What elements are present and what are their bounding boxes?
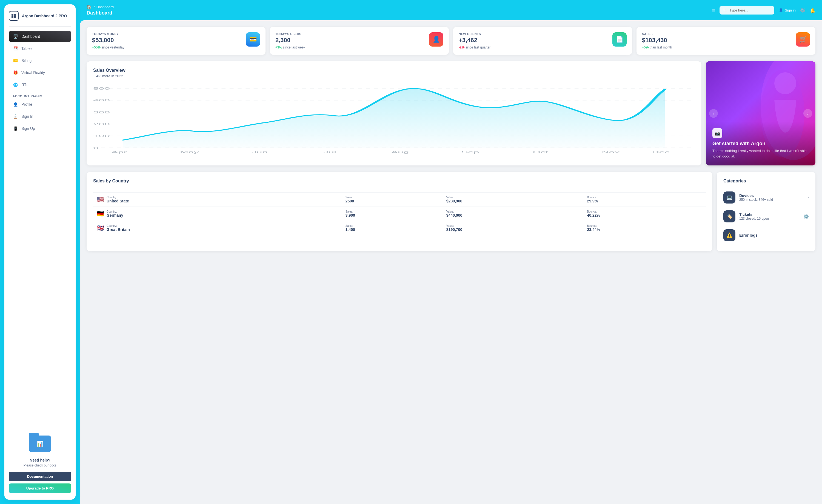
country-label: Country: bbox=[106, 224, 130, 227]
category-item-devices: 💻 Devices 250 in stock, 346+ sold › bbox=[723, 188, 809, 207]
promo-brand-icon: 📷 bbox=[712, 128, 722, 138]
search-input[interactable] bbox=[720, 6, 774, 15]
svg-text:Jul: Jul bbox=[323, 150, 336, 154]
settings-icon[interactable]: ⚙️ bbox=[800, 8, 806, 13]
categories-card: Categories 💻 Devices 250 in stock, 346+ … bbox=[717, 172, 815, 251]
sales-label: Sales: bbox=[346, 210, 440, 213]
bounce-value: 40.22% bbox=[587, 213, 600, 217]
sidebar-item-label: Sign Up bbox=[21, 126, 35, 131]
user-icon: 👤 bbox=[779, 8, 783, 12]
documentation-button[interactable]: Documentation bbox=[9, 472, 71, 481]
bounce-value: 23.44% bbox=[587, 227, 600, 232]
dashboard-icon: 🖥️ bbox=[13, 34, 18, 39]
value-label: Value: bbox=[446, 224, 580, 227]
category-info: Devices 250 in stock, 346+ sold bbox=[739, 193, 804, 201]
bounce-cell: Bounce: 29.9% bbox=[583, 192, 706, 207]
svg-rect-2 bbox=[11, 16, 13, 18]
chart-title: Sales Overview bbox=[93, 68, 695, 73]
bounce-value: 29.9% bbox=[587, 199, 598, 203]
sidebar-item-label: Dashboard bbox=[21, 34, 40, 39]
bounce-label: Bounce: bbox=[587, 196, 703, 199]
sales-overview-card: Sales Overview ↑ 4% more in 2022 500 bbox=[87, 61, 702, 165]
svg-text:Aug: Aug bbox=[391, 150, 409, 154]
sign-in-button[interactable]: 👤 Sign in bbox=[779, 8, 796, 12]
sidebar-item-sign-in[interactable]: 📋 Sign In bbox=[9, 111, 71, 122]
header: 🏠 / Dashboard Dashboard ≡ 🔍 👤 Sign in ⚙️… bbox=[80, 0, 822, 20]
sales-cell: Sales: 1,400 bbox=[342, 221, 443, 235]
svg-text:Nov: Nov bbox=[602, 150, 620, 154]
sales-value: 2500 bbox=[346, 199, 354, 203]
sidebar-item-tables[interactable]: 📅 Tables bbox=[9, 43, 71, 54]
middle-section: Sales Overview ↑ 4% more in 2022 500 bbox=[87, 61, 815, 165]
promo-card: ‹ › 📷 Get started with Argon There's not… bbox=[706, 61, 815, 165]
svg-rect-0 bbox=[11, 14, 13, 16]
col-country bbox=[93, 188, 342, 192]
promo-prev-button[interactable]: ‹ bbox=[709, 109, 718, 118]
stat-label: TODAY'S MONEY bbox=[92, 32, 246, 36]
notification-icon[interactable]: 🔔 bbox=[810, 8, 815, 13]
home-icon[interactable]: 🏠 bbox=[87, 4, 92, 10]
stat-card-money: TODAY'S MONEY $53,000 +55% since yesterd… bbox=[87, 27, 266, 55]
promo-description: There's nothing I really wanted to do in… bbox=[712, 148, 809, 159]
sales-value: 1,400 bbox=[346, 227, 355, 232]
account-section-label: ACCOUNT PAGES bbox=[9, 91, 71, 99]
table-row: 🇬🇧 Country: Great Britain Sales: 1,400 bbox=[93, 221, 706, 235]
tables-icon: 📅 bbox=[13, 46, 18, 51]
stat-change: +3% since last week bbox=[275, 45, 429, 49]
promo-next-button[interactable]: › bbox=[803, 109, 812, 118]
col-sales bbox=[342, 188, 443, 192]
menu-icon[interactable]: ≡ bbox=[712, 7, 716, 13]
bounce-label: Bounce: bbox=[587, 224, 703, 227]
sidebar-item-rtl[interactable]: 🌐 RTL bbox=[9, 79, 71, 90]
gear-icon[interactable]: ⚙️ bbox=[803, 214, 809, 219]
sidebar-item-label: Tables bbox=[21, 46, 32, 51]
sign-up-icon: 📱 bbox=[13, 126, 18, 131]
stat-label: NEW CLIENTS bbox=[459, 32, 612, 36]
category-name: Devices bbox=[739, 193, 804, 198]
svg-text:Jun: Jun bbox=[252, 150, 268, 154]
promo-title: Get started with Argon bbox=[712, 141, 809, 146]
category-sub: 123 closed, 15 open bbox=[739, 217, 800, 220]
country-cell: 🇬🇧 Country: Great Britain bbox=[93, 221, 342, 235]
chart-subtitle-rest: in 2022 bbox=[111, 74, 123, 78]
svg-text:500: 500 bbox=[93, 87, 110, 90]
sidebar: Argon Dashboard 2 PRO 🖥️ Dashboard 📅 Tab… bbox=[4, 4, 76, 500]
stat-card-info: NEW CLIENTS +3,462 -2% since last quarte… bbox=[459, 32, 612, 49]
value-cell: Value: $230,900 bbox=[443, 192, 584, 207]
stat-icon-users: 👤 bbox=[429, 32, 443, 47]
svg-point-27 bbox=[774, 72, 796, 94]
sidebar-item-sign-up[interactable]: 📱 Sign Up bbox=[9, 123, 71, 134]
country-table: 🇺🇸 Country: United State Sales: 2500 bbox=[93, 188, 706, 235]
sidebar-item-virtual-reality[interactable]: 🎁 Virtual Reality bbox=[9, 67, 71, 78]
stat-change: -2% since last quarter bbox=[459, 45, 612, 49]
header-right: 🔍 👤 Sign in ⚙️ 🔔 bbox=[720, 6, 815, 15]
value-value: $440,000 bbox=[446, 213, 462, 217]
rtl-icon: 🌐 bbox=[13, 82, 18, 87]
sales-value: 3.900 bbox=[346, 213, 355, 217]
sales-by-country-card: Sales by Country bbox=[87, 172, 712, 251]
sidebar-item-label: Billing bbox=[21, 58, 31, 63]
help-subtitle: Please check our docs bbox=[9, 463, 71, 467]
sidebar-item-dashboard[interactable]: 🖥️ Dashboard bbox=[9, 31, 71, 42]
svg-text:400: 400 bbox=[93, 99, 110, 102]
sidebar-item-billing[interactable]: 💳 Billing bbox=[9, 55, 71, 66]
table-row: 🇩🇪 Country: Germany Sales: 3.900 bbox=[93, 207, 706, 221]
country-name: Great Britain bbox=[106, 227, 130, 232]
error-logs-icon: ⚠️ bbox=[723, 229, 735, 241]
chevron-right-icon[interactable]: › bbox=[807, 195, 809, 200]
bounce-cell: Bounce: 40.22% bbox=[583, 207, 706, 221]
svg-text:100: 100 bbox=[93, 134, 110, 138]
stat-change-suffix: since last quarter bbox=[465, 45, 490, 49]
sidebar-item-profile[interactable]: 👤 Profile bbox=[9, 99, 71, 110]
upgrade-button[interactable]: Upgrade to PRO bbox=[9, 483, 71, 493]
flag-wrap: 🇩🇪 Country: Germany bbox=[96, 210, 339, 217]
breadcrumb-area: 🏠 / Dashboard Dashboard bbox=[87, 4, 708, 16]
stat-change-suffix: than last month bbox=[650, 45, 672, 49]
stat-change: +5% than last month bbox=[642, 45, 796, 49]
stat-icon-money: 💳 bbox=[246, 32, 260, 47]
country-label: Country: bbox=[106, 210, 123, 213]
table-title: Sales by Country bbox=[93, 178, 706, 183]
table-row: 🇺🇸 Country: United State Sales: 2500 bbox=[93, 192, 706, 207]
sales-cell: Sales: 3.900 bbox=[342, 207, 443, 221]
sidebar-item-label: Virtual Reality bbox=[21, 70, 45, 75]
